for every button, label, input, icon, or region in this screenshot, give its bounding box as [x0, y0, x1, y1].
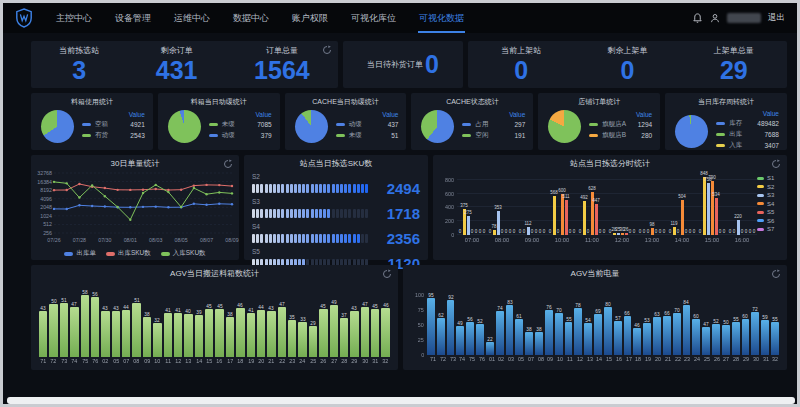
refresh-icon[interactable]	[771, 159, 781, 169]
panel-title: 料箱使用统计	[37, 97, 147, 107]
legend-item[interactable]: 出库SKU数	[106, 249, 151, 258]
nav-item-4[interactable]: 数据中心	[232, 3, 270, 33]
bar-value-label: 41	[248, 308, 253, 313]
bar: 44	[122, 310, 130, 357]
legend-item[interactable]: 空箱4921	[82, 120, 145, 129]
legend-item[interactable]: 旗舰店A1294	[589, 120, 652, 129]
bar: 38	[143, 317, 151, 357]
x-tick-label: 16	[216, 358, 224, 363]
refresh-icon[interactable]	[382, 269, 392, 279]
sku-segment	[365, 209, 368, 218]
sku-segment	[353, 234, 356, 243]
bar-value-label: 112	[524, 221, 531, 226]
y-tick-label: 0	[451, 232, 454, 237]
nav-item-1[interactable]: 主控中心	[55, 3, 93, 33]
x-tick-label: 12	[576, 356, 583, 361]
horizontal-scrollbar[interactable]	[7, 397, 795, 404]
sku-segment	[315, 234, 318, 243]
panel-title: AGV当日搬运料箱数统计	[31, 268, 398, 279]
bar-value-label: 72	[753, 307, 758, 312]
bar-column: 49	[456, 326, 464, 355]
bar-value-label: 511	[562, 194, 569, 199]
legend-dash-icon	[106, 252, 115, 256]
nav-item-7[interactable]: 可视化数据	[418, 3, 465, 33]
sku-bar: 2494	[252, 181, 420, 196]
bar: 790	[711, 181, 714, 235]
legend-item[interactable]: 库存489482	[716, 119, 779, 128]
bar-value-label: 38	[227, 311, 232, 316]
legend-item[interactable]: 空闲191	[462, 131, 525, 140]
bar: 353	[497, 211, 500, 235]
legend-item[interactable]: S7	[757, 226, 787, 232]
legend-item[interactable]: S6	[757, 218, 787, 224]
bar-column: 60	[742, 319, 750, 355]
bar-column: 52	[712, 324, 720, 355]
bar-value-label: 92	[448, 295, 453, 300]
stat-block: 上架单总量29	[714, 45, 754, 83]
x-tick-label: 11	[164, 358, 172, 363]
legend-item[interactable]: 出库单	[64, 249, 96, 258]
user-icon[interactable]	[710, 13, 720, 23]
bar-value-label: 0	[599, 229, 602, 234]
x-tick-label: 75	[81, 358, 89, 363]
bar-value-label: 0	[685, 229, 688, 234]
legend-item[interactable]: S4	[757, 201, 787, 207]
x-tick-label: 05	[517, 356, 524, 361]
svg-text:8192: 8192	[40, 187, 52, 193]
refresh-icon[interactable]	[322, 45, 332, 55]
bar: 47	[361, 307, 369, 357]
refresh-icon[interactable]	[771, 269, 781, 279]
bar: 46	[236, 308, 244, 357]
bar: 63	[653, 317, 661, 355]
legend-item[interactable]: S2	[757, 184, 787, 190]
sku-segment	[315, 209, 318, 218]
nav-item-3[interactable]: 运维中心	[173, 3, 211, 33]
sku-segment	[277, 209, 280, 218]
nav-item-6[interactable]: 可视化库位	[350, 3, 397, 33]
bar-value-label: 58	[82, 290, 87, 295]
sku-segment	[344, 234, 347, 243]
x-tick-label: 31	[762, 356, 769, 361]
nav-item-5[interactable]: 账户权限	[291, 3, 329, 33]
bar-value-label: 0	[509, 229, 512, 234]
legend-item[interactable]: 出库7688	[716, 130, 779, 139]
bell-icon[interactable]	[692, 13, 703, 24]
x-tick-label: 28	[340, 358, 348, 363]
y-tick-label: 75	[418, 307, 424, 312]
legend-item[interactable]: S5	[757, 209, 787, 215]
legend-item[interactable]: 动缓437	[336, 120, 399, 129]
legend-item[interactable]: S3	[757, 192, 787, 198]
svg-text:2048: 2048	[40, 204, 52, 210]
legend-item[interactable]: 入库SKU数	[161, 249, 206, 258]
legend-dash-icon	[589, 123, 598, 126]
bar-value-label: 0	[663, 229, 666, 234]
bar-value-label: 46	[383, 303, 388, 308]
legend-item[interactable]: 未缓7085	[209, 120, 272, 129]
bar-value-label: 0	[569, 229, 572, 234]
legend-item[interactable]: 入库3407	[716, 141, 779, 150]
legend-item[interactable]: 占用297	[462, 120, 525, 129]
legend-label: S4	[767, 201, 774, 207]
x-tick-label: 09:00	[518, 237, 547, 243]
bar: 60	[742, 319, 750, 355]
refresh-icon[interactable]	[223, 159, 233, 169]
legend-label: 库存	[729, 119, 742, 128]
legend-item[interactable]: S1	[757, 175, 787, 181]
sku-segment	[252, 209, 255, 218]
replenish-label: 当日待补货订单	[367, 59, 423, 70]
x-tick-label: 21	[664, 356, 671, 361]
bar-value-label: 0	[459, 229, 462, 234]
bar-value-label: 44	[124, 305, 129, 310]
bar-column: 72	[751, 312, 759, 355]
legend-item[interactable]: 动缓379	[209, 131, 272, 140]
nav-item-2[interactable]: 设备管理	[114, 3, 152, 33]
bar: 504	[681, 200, 684, 235]
legend-item[interactable]: 未缓51	[336, 131, 399, 140]
x-tick-label: 07	[527, 356, 534, 361]
sku-segment	[265, 209, 268, 218]
bar-value-label: 790	[708, 174, 716, 179]
logout-button[interactable]: 退出	[768, 12, 785, 24]
legend-item[interactable]: 旗舰店B280	[589, 131, 652, 140]
legend-item[interactable]: 有货2543	[82, 131, 145, 140]
sku-rows: S22494S31718S42356S51120	[244, 169, 428, 271]
